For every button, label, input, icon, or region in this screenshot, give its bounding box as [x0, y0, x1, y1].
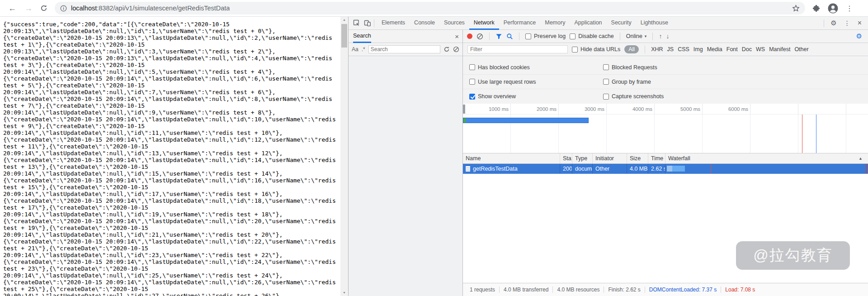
- tab-elements[interactable]: Elements: [377, 17, 410, 30]
- match-case-toggle[interactable]: Aa: [352, 46, 359, 53]
- scrollbar-up-icon[interactable]: ▲: [340, 17, 348, 23]
- search-magnifier-icon[interactable]: [506, 33, 513, 40]
- json-response-body: {"success":true,"code":200,"data":"[{\"c…: [0, 17, 340, 296]
- show-overview-checkbox[interactable]: Show overview: [469, 93, 516, 100]
- filter-funnel-icon[interactable]: [495, 33, 502, 40]
- column-header-status[interactable]: Sta...: [560, 153, 572, 163]
- checkbox-checked[interactable]: [469, 94, 475, 100]
- summary-transferred: 4.0 MB transferred: [499, 286, 552, 293]
- divider: [652, 33, 653, 40]
- regex-toggle[interactable]: .*: [362, 46, 365, 53]
- search-clear-icon[interactable]: [453, 46, 459, 53]
- extensions-puzzle-icon[interactable]: [812, 5, 820, 12]
- checkbox[interactable]: [603, 79, 609, 85]
- checkbox[interactable]: [603, 64, 609, 70]
- tab-sources[interactable]: Sources: [439, 17, 469, 30]
- filter-chip-all[interactable]: All: [624, 45, 639, 53]
- request-row-selected[interactable]: getRedisTestData 200 docum... Other 4.0 …: [463, 164, 868, 174]
- checkbox[interactable]: [469, 64, 475, 70]
- use-large-request-rows-checkbox[interactable]: Use large request rows: [469, 79, 536, 85]
- devtools-window-controls: ⚙ ⋮ ×: [822, 19, 868, 27]
- timeline-ruler[interactable]: 1000 ms 2000 ms 3000 ms 4000 ms 5000 ms …: [463, 104, 868, 115]
- search-pane-title[interactable]: Search: [353, 30, 371, 43]
- request-name-cell[interactable]: getRedisTestData: [463, 164, 560, 174]
- tab-performance[interactable]: Performance: [499, 17, 541, 30]
- ruler-tick: 2000 ms: [511, 104, 559, 114]
- search-input[interactable]: [368, 45, 440, 53]
- tab-security[interactable]: Security: [607, 17, 636, 30]
- import-har-icon[interactable]: ↑: [659, 33, 662, 40]
- request-waterfall-cell[interactable]: [665, 164, 868, 174]
- group-by-frame-checkbox[interactable]: Group by frame: [603, 79, 651, 85]
- tab-lighthouse[interactable]: Lighthouse: [636, 17, 673, 30]
- search-close-icon[interactable]: ×: [455, 33, 459, 40]
- column-header-name[interactable]: Name: [463, 153, 560, 163]
- devtools-settings-icon[interactable]: ⚙: [828, 19, 839, 27]
- network-settings-icon[interactable]: ⚙: [856, 32, 864, 40]
- checkbox[interactable]: [570, 33, 576, 39]
- browser-menu-icon[interactable]: ⋮: [846, 4, 853, 13]
- filter-chip-js[interactable]: JS: [667, 46, 674, 53]
- device-toolbar-icon[interactable]: [364, 19, 371, 27]
- checkbox[interactable]: [572, 47, 578, 53]
- request-initiator-cell[interactable]: Other: [593, 164, 627, 174]
- url-host: localhost: [71, 5, 97, 12]
- filter-chip-xhr[interactable]: XHR: [651, 46, 663, 53]
- checkbox[interactable]: [603, 94, 609, 100]
- inspect-element-icon[interactable]: [353, 19, 360, 27]
- scrollbar-thumb[interactable]: [341, 24, 347, 48]
- disable-cache-checkbox[interactable]: Disable cache: [570, 33, 614, 39]
- network-overview[interactable]: [463, 115, 868, 153]
- checkbox[interactable]: [525, 33, 531, 39]
- url-path: :8382/api/v1/simulatescene/getRedisTestD…: [97, 5, 230, 12]
- filter-chip-css[interactable]: CSS: [678, 46, 689, 53]
- checkbox[interactable]: [469, 79, 475, 85]
- column-header-initiator[interactable]: Initiator: [593, 153, 627, 163]
- forward-icon[interactable]: →: [24, 4, 33, 12]
- filter-chip-doc[interactable]: Doc: [742, 46, 752, 53]
- divider: [374, 19, 374, 27]
- page-scrollbar[interactable]: ▲ ▼: [340, 17, 348, 296]
- ruler-handle[interactable]: [463, 105, 465, 114]
- ruler-tick: 1000 ms: [463, 104, 511, 114]
- tab-memory[interactable]: Memory: [540, 17, 570, 30]
- blocked-requests-checkbox[interactable]: Blocked Requests: [603, 64, 657, 71]
- throttling-dropdown[interactable]: Online ▾: [626, 33, 647, 39]
- export-har-icon[interactable]: ↓: [666, 33, 669, 40]
- column-header-time[interactable]: Time: [648, 153, 665, 163]
- address-bar[interactable]: localhost:8382/api/v1/simulatescene/getR…: [55, 2, 805, 14]
- bookmark-star-icon[interactable]: [792, 5, 800, 12]
- preserve-log-checkbox[interactable]: Preserve log: [525, 33, 566, 39]
- filter-chip-img[interactable]: Img: [693, 46, 703, 53]
- has-blocked-cookies-checkbox[interactable]: Has blocked cookies: [469, 64, 530, 71]
- sort-asc-icon[interactable]: ▲: [859, 153, 865, 163]
- filter-chip-ws[interactable]: WS: [756, 46, 765, 53]
- filter-chip-font[interactable]: Font: [726, 46, 738, 53]
- capture-screenshots-checkbox[interactable]: Capture screenshots: [603, 93, 664, 100]
- scrollbar-down-icon[interactable]: ▼: [340, 290, 348, 296]
- clear-requests-icon[interactable]: [476, 33, 483, 40]
- overview-request-bar: [463, 118, 589, 123]
- filter-chip-manifest[interactable]: Manifest: [769, 46, 790, 53]
- hide-data-urls-label: Hide data URLs: [580, 46, 620, 53]
- tab-network[interactable]: Network: [469, 17, 499, 30]
- url-text[interactable]: localhost:8382/api/v1/simulatescene/getR…: [71, 5, 230, 12]
- tab-console[interactable]: Console: [410, 17, 439, 30]
- devtools-close-icon[interactable]: ×: [855, 19, 864, 27]
- reload-icon[interactable]: [40, 5, 47, 12]
- page-info-icon[interactable]: [60, 5, 67, 12]
- tab-application[interactable]: Application: [570, 17, 606, 30]
- devtools-menu-icon[interactable]: ⋮: [841, 19, 853, 27]
- record-icon[interactable]: [467, 33, 472, 39]
- requests-table-header: Name Sta... Type Initiator Size Time Wat…: [463, 153, 868, 164]
- filter-chip-media[interactable]: Media: [707, 46, 722, 53]
- filter-input[interactable]: [467, 45, 568, 53]
- back-icon[interactable]: ←: [8, 4, 16, 12]
- column-header-type[interactable]: Type: [572, 153, 593, 163]
- hide-data-urls-checkbox[interactable]: Hide data URLs: [572, 46, 620, 53]
- search-refresh-icon[interactable]: [443, 46, 450, 53]
- column-header-size[interactable]: Size: [627, 153, 648, 163]
- profile-avatar[interactable]: [827, 3, 839, 14]
- filter-chip-other[interactable]: Other: [794, 46, 808, 53]
- column-header-waterfall[interactable]: Waterfall ▲: [665, 153, 868, 163]
